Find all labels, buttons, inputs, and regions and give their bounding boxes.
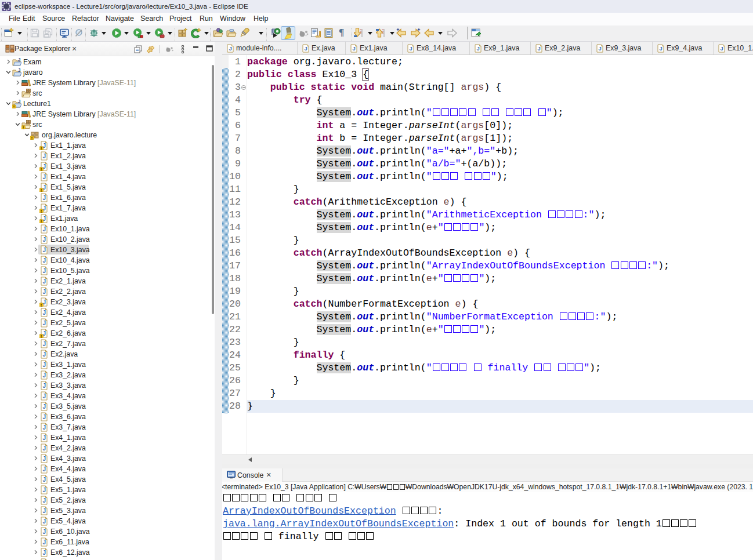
svg-text:J: J — [43, 445, 46, 451]
svg-text:J: J — [43, 340, 46, 347]
svg-text:J: J — [229, 45, 232, 52]
svg-text:J: J — [43, 497, 46, 503]
svg-text:J: J — [660, 45, 663, 52]
svg-text:J: J — [43, 351, 46, 357]
svg-text:J: J — [43, 392, 46, 399]
svg-text:J: J — [43, 246, 46, 253]
svg-text:J: J — [305, 45, 307, 52]
svg-text:J: J — [43, 413, 46, 420]
svg-text:J: J — [43, 257, 46, 263]
svg-text:J: J — [43, 319, 46, 326]
svg-text:J: J — [477, 45, 480, 52]
svg-text:J: J — [599, 45, 602, 52]
svg-text:J: J — [43, 309, 46, 315]
svg-text:J: J — [43, 528, 46, 534]
svg-text:J: J — [43, 518, 46, 524]
svg-text:J: J — [43, 152, 46, 159]
svg-text:J: J — [43, 194, 46, 201]
svg-text:J: J — [43, 424, 46, 430]
svg-text:J: J — [43, 507, 46, 514]
svg-text:J: J — [18, 57, 21, 63]
svg-text:J: J — [43, 476, 46, 482]
svg-text:J: J — [43, 382, 46, 388]
svg-text:J: J — [43, 236, 46, 242]
svg-text:J: J — [538, 45, 541, 52]
svg-text:J: J — [43, 372, 46, 378]
svg-text:J: J — [43, 455, 46, 461]
svg-text:J: J — [353, 45, 356, 52]
svg-text:J: J — [18, 68, 21, 73]
svg-text:J: J — [43, 466, 46, 472]
svg-text:J: J — [43, 361, 46, 368]
svg-text:J: J — [43, 539, 46, 545]
svg-text:J: J — [18, 99, 21, 104]
svg-text:J: J — [43, 486, 46, 493]
svg-text:J: J — [43, 403, 46, 409]
svg-text:J: J — [43, 278, 46, 284]
svg-text:J: J — [43, 288, 46, 294]
svg-text:J: J — [410, 45, 412, 52]
svg-text:J: J — [43, 226, 46, 232]
svg-text:J: J — [43, 267, 46, 274]
svg-text:J: J — [43, 173, 46, 180]
svg-text:J: J — [43, 549, 46, 555]
svg-text:J: J — [43, 434, 46, 441]
svg-text:J: J — [721, 45, 723, 52]
